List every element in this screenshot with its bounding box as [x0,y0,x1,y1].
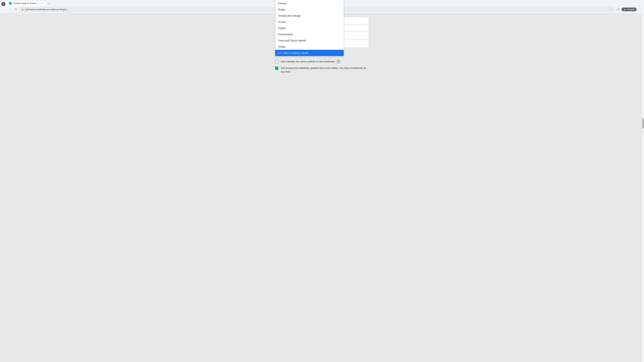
marketing-checkbox[interactable]: ✓ [275,66,278,70]
dropdown-item[interactable]: Tonga [275,6,344,12]
browser-end-icons: ⊡ 🕵️ Incognito ⋮ [616,7,643,12]
dropdown-item[interactable]: Tokelau [275,0,344,6]
dropdown-item[interactable]: Turkey [275,25,344,31]
dropdown-item[interactable]: Trinidad and Tobago [275,12,344,19]
info-icon[interactable]: i [337,60,340,63]
lower-section: Don't display my name publicly on the fu… [275,60,369,74]
tab-close-button[interactable]: ✕ [41,2,44,5]
scrollbar-thumb[interactable] [642,118,644,128]
incognito-label: Incognito [627,8,635,10]
forward-button[interactable]: → [8,7,13,12]
dropdown-item[interactable]: Turkmenistan [275,31,344,37]
incognito-badge: 🕵️ Incognito [622,7,636,11]
tab-favicon [9,2,12,5]
menu-button[interactable]: ⋮ [637,7,643,12]
bookmark-icon[interactable]: ☆ [610,8,613,11]
dropdown-item[interactable]: Turks and Caicos Islands [275,37,344,43]
dont-display-row: Don't display my name publicly on the fu… [275,60,369,63]
dropdown-item[interactable]: Tunisia [275,19,344,25]
scrollbar-track [642,13,644,362]
active-tab[interactable]: Donate to Help Us Create An O ✕ [6,0,46,6]
dropdown-item[interactable]: Tuvalu [275,43,344,50]
dropdown-item[interactable]: U.S. Minor Outlying Islands [275,50,344,56]
profile-menu-button[interactable]: ▼ [1,2,5,6]
new-tab-button[interactable]: + [47,1,52,6]
marketing-row: ✓ Get occasional marketing updates from … [275,66,369,74]
dont-display-checkbox[interactable] [275,60,278,63]
address-bar-icons: ☆ [610,8,613,11]
dropdown-list-inner[interactable]: SurinameSvalbard and Jan MayenSwazilandS… [275,0,344,56]
country-dropdown-list[interactable]: SurinameSvalbard and Jan MayenSwazilandS… [275,0,344,56]
tab-label: Donate to Help Us Create An O [13,2,40,4]
dont-display-text: Don't display my name publicly on the fu… [281,60,340,63]
divider [275,57,369,57]
split-screen-button[interactable]: ⊡ [616,7,621,12]
back-button[interactable]: ← [1,7,7,12]
country-dropdown-wrapper: SurinameSvalbard and Jan MayenSwazilandS… [275,39,369,48]
marketing-text: Get occasional marketing updates from Go… [281,66,369,74]
page-content: SurinameSvalbard and Jan MayenSwazilandS… [0,13,644,362]
refresh-button[interactable]: ↻ [14,7,19,12]
